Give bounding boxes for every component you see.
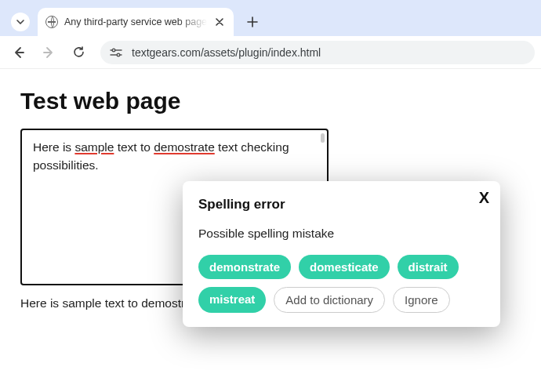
toolbar: textgears.com/assets/plugin/index.html	[0, 36, 541, 69]
chevron-down-icon	[16, 20, 24, 24]
address-bar[interactable]: textgears.com/assets/plugin/index.html	[100, 41, 535, 64]
suggestion-chip[interactable]: demonstrate	[198, 255, 291, 279]
arrow-right-icon	[42, 45, 56, 60]
back-button[interactable]	[6, 40, 31, 65]
svg-point-1	[117, 53, 120, 56]
tab-close-button[interactable]	[213, 16, 226, 28]
suggestion-chip[interactable]: distrait	[398, 255, 459, 279]
spelling-error-word[interactable]: sample	[74, 140, 114, 154]
suggestion-chip[interactable]: domesticate	[299, 255, 390, 279]
spellcheck-popup: X Spelling error Possible spelling mista…	[183, 181, 500, 327]
editor-text-part: Here is	[33, 140, 74, 154]
popup-description: Possible spelling mistake	[198, 227, 485, 241]
url-text: textgears.com/assets/plugin/index.html	[132, 46, 321, 59]
tune-icon	[110, 48, 122, 57]
suggestion-row: demonstrate domesticate distrait mistrea…	[198, 255, 485, 313]
arrow-left-icon	[12, 45, 26, 60]
tab-strip: Any third-party service web page	[0, 8, 541, 36]
tab-search-dropdown[interactable]	[11, 13, 30, 31]
popup-title: Spelling error	[198, 197, 485, 212]
plus-icon	[247, 16, 258, 27]
popup-close-button[interactable]: X	[479, 189, 489, 207]
ignore-button[interactable]: Ignore	[393, 287, 450, 313]
spelling-error-word[interactable]: demostrate	[154, 140, 215, 154]
browser-chrome: Any third-party service web page	[0, 0, 541, 69]
reload-icon	[72, 45, 85, 59]
tab-title: Any third-party service web page	[64, 16, 207, 27]
page-title: Test web page	[20, 88, 521, 114]
scrollbar-thumb[interactable]	[321, 133, 325, 143]
reload-button[interactable]	[66, 40, 91, 65]
new-tab-button[interactable]	[241, 11, 263, 33]
site-info-button[interactable]	[108, 45, 124, 60]
close-icon	[216, 18, 223, 26]
suggestion-chip[interactable]: mistreat	[198, 287, 266, 313]
svg-point-0	[112, 49, 115, 52]
forward-button[interactable]	[36, 40, 61, 65]
add-to-dictionary-button[interactable]: Add to dictionary	[274, 287, 385, 313]
globe-icon	[45, 16, 58, 28]
editor-text-part: text to	[114, 140, 154, 154]
browser-tab[interactable]: Any third-party service web page	[38, 8, 234, 36]
